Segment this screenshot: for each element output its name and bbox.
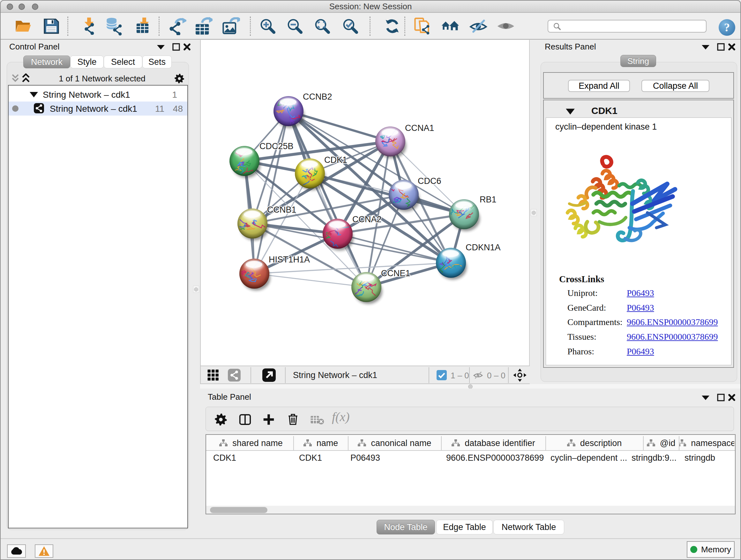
svg-text:CCNA2: CCNA2	[352, 214, 382, 224]
svg-text:CCNB2: CCNB2	[303, 92, 332, 102]
svg-text:CDC25B: CDC25B	[259, 141, 293, 151]
svg-text:CCNE1: CCNE1	[381, 268, 410, 278]
svg-text:CCNB1: CCNB1	[267, 205, 296, 214]
svg-text:CDC6: CDC6	[418, 176, 441, 186]
svg-text:CCNA1: CCNA1	[405, 123, 434, 133]
svg-text:CDK1: CDK1	[324, 155, 347, 165]
svg-text:CDKN1A: CDKN1A	[466, 243, 501, 252]
svg-text:HIST1H1A: HIST1H1A	[269, 255, 310, 264]
svg-text:RB1: RB1	[480, 195, 496, 204]
